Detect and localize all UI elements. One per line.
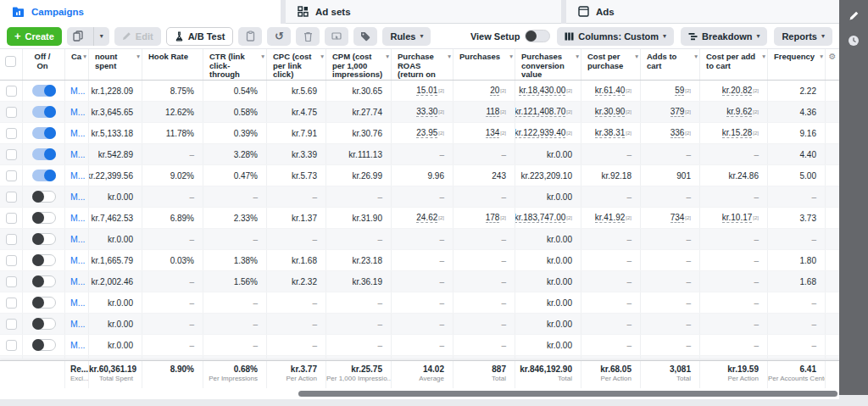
row-checkbox[interactable] <box>6 149 17 160</box>
metric-value-link[interactable]: 59 <box>675 86 684 96</box>
row-checkbox[interactable] <box>6 276 17 287</box>
campaign-link[interactable]: M... <box>70 86 86 96</box>
tags-button[interactable] <box>353 27 377 46</box>
column-header-cpatc[interactable]: Cost per add to cart▾ <box>700 49 768 80</box>
column-header-cpm[interactable]: CPM (cost per 1,000 impressions)▾ <box>326 49 392 80</box>
campaign-link[interactable]: M... <box>70 255 86 265</box>
metric-value-link[interactable]: 734 <box>670 213 685 223</box>
campaign-toggle[interactable] <box>32 233 56 245</box>
campaign-toggle[interactable] <box>32 297 56 309</box>
edit-button[interactable]: Edit <box>114 27 161 46</box>
metric-value-link[interactable]: kr.122,939.40 <box>515 128 565 138</box>
metric-value-link[interactable]: kr.38.31 <box>595 128 626 138</box>
column-header-cpc[interactable]: CPC (cost per link click)▾ <box>267 49 326 80</box>
campaign-link[interactable]: M... <box>70 276 86 286</box>
column-header-cpp[interactable]: Cost per purchase▾ <box>581 49 641 80</box>
sort-chevron-icon[interactable]: ▾ <box>762 53 765 62</box>
settings-gear-icon[interactable]: ⚙ <box>829 52 837 61</box>
campaign-link[interactable]: M... <box>70 340 86 350</box>
metric-value-link[interactable]: kr.18,430.00 <box>519 86 565 96</box>
breakdown-button[interactable]: Breakdown ▾ <box>681 27 767 46</box>
metric-value-link[interactable]: kr.15.28 <box>722 128 753 138</box>
campaign-toggle[interactable] <box>32 127 56 139</box>
metric-value-link[interactable]: 379 <box>670 107 685 117</box>
row-checkbox[interactable] <box>6 213 17 224</box>
campaign-toggle[interactable] <box>32 275 56 287</box>
reports-button[interactable]: Reports ▾ <box>774 27 832 46</box>
metric-value-link[interactable]: kr.121,408.70 <box>515 107 565 117</box>
export-button[interactable] <box>325 27 348 46</box>
history-clock-icon[interactable] <box>847 34 860 47</box>
sort-chevron-icon[interactable]: ▾ <box>694 53 698 62</box>
campaign-toggle[interactable] <box>32 106 56 118</box>
row-checkbox[interactable] <box>6 340 17 351</box>
ab-test-button[interactable]: A/B Test <box>166 27 234 46</box>
sort-chevron-icon[interactable]: ▾ <box>136 53 140 62</box>
metric-value-link[interactable]: kr.9.62 <box>726 107 752 117</box>
undo-button[interactable]: ↺ <box>267 27 291 46</box>
columns-button[interactable]: Columns: Custom ▾ <box>557 27 674 46</box>
campaign-link[interactable]: M... <box>70 192 86 202</box>
row-checkbox[interactable] <box>6 319 17 330</box>
delete-button[interactable] <box>296 27 320 46</box>
metric-value-link[interactable]: 20 <box>490 86 499 96</box>
edit-panel-pencil-icon[interactable] <box>847 8 860 22</box>
campaign-toggle[interactable] <box>32 254 56 266</box>
horizontal-scrollbar[interactable] <box>298 391 837 397</box>
row-checkbox[interactable] <box>6 86 17 97</box>
create-button[interactable]: + Create <box>7 27 62 46</box>
column-header-ca[interactable]: Ca▾ <box>65 49 89 80</box>
duplicate-button[interactable] <box>67 27 89 46</box>
campaign-toggle[interactable] <box>32 85 56 97</box>
sort-chevron-icon[interactable]: ▾ <box>83 53 86 62</box>
metric-value-link[interactable]: kr.10.17 <box>722 213 753 223</box>
campaign-toggle[interactable] <box>32 170 56 181</box>
row-checkbox[interactable] <box>6 170 17 181</box>
metric-value-link[interactable]: kr.61.40 <box>595 86 626 96</box>
metric-value-link[interactable]: kr.183,747.00 <box>515 213 565 223</box>
rules-button[interactable]: Rules ▾ <box>382 27 431 46</box>
campaign-link[interactable]: M... <box>70 107 86 117</box>
metric-value-link[interactable]: 178 <box>486 213 500 223</box>
metric-value-link[interactable]: 33.30 <box>416 107 437 117</box>
clipboard-button[interactable] <box>238 27 262 46</box>
column-header-purchases[interactable]: Purchases▾ <box>453 49 515 80</box>
sort-chevron-icon[interactable]: ▾ <box>820 53 823 62</box>
column-header-roas[interactable]: Purchase ROAS (return on ad spend)▾ <box>392 49 453 80</box>
campaign-link[interactable]: M... <box>70 128 86 138</box>
sort-chevron-icon[interactable]: ▾ <box>386 53 389 62</box>
campaign-link[interactable]: M... <box>70 319 86 329</box>
metric-value-link[interactable]: 15.01 <box>416 86 437 96</box>
metric-value-link[interactable]: 24.62 <box>416 213 437 223</box>
tab-ad-sets[interactable]: Ad sets <box>286 0 561 24</box>
sort-chevron-icon[interactable]: ▾ <box>509 53 513 62</box>
row-checkbox[interactable] <box>6 298 17 309</box>
duplicate-dropdown-button[interactable]: ▾ <box>93 27 109 46</box>
sort-chevron-icon[interactable]: ▾ <box>320 53 324 62</box>
column-header-atc[interactable]: Adds to cart▾ <box>641 49 700 80</box>
metric-value-link[interactable]: 336 <box>670 128 685 138</box>
column-header-pcv[interactable]: Purchases conversion value▾ <box>515 49 581 80</box>
column-header-offon[interactable]: Off / On <box>23 49 65 80</box>
column-header-hook[interactable]: Hook Rate <box>142 49 203 80</box>
campaign-link[interactable]: M... <box>70 213 86 223</box>
campaign-toggle[interactable] <box>32 339 56 351</box>
column-header-amount[interactable]: nount spent▾ <box>89 49 142 80</box>
tab-ads[interactable]: Ads <box>566 0 839 24</box>
row-checkbox[interactable] <box>6 234 17 245</box>
metric-value-link[interactable]: kr.20.82 <box>722 86 753 96</box>
sort-chevron-icon[interactable]: ▾ <box>448 53 451 62</box>
row-checkbox[interactable] <box>6 128 17 139</box>
row-checkbox[interactable] <box>6 107 17 118</box>
campaign-link[interactable]: M... <box>70 149 86 159</box>
metric-value-link[interactable]: kr.30.90 <box>595 107 626 117</box>
select-all-checkbox[interactable] <box>5 56 16 67</box>
campaign-link[interactable]: M... <box>70 170 86 181</box>
row-checkbox[interactable] <box>6 255 17 266</box>
sort-chevron-icon[interactable]: ▾ <box>576 53 579 62</box>
row-checkbox[interactable] <box>6 192 17 203</box>
campaign-toggle[interactable] <box>32 318 56 330</box>
column-header-freq[interactable]: Frequency▾ <box>768 49 826 80</box>
sort-chevron-icon[interactable]: ▾ <box>261 53 264 62</box>
column-header-ctr[interactable]: CTR (link click-through rate)▾ <box>203 49 267 80</box>
